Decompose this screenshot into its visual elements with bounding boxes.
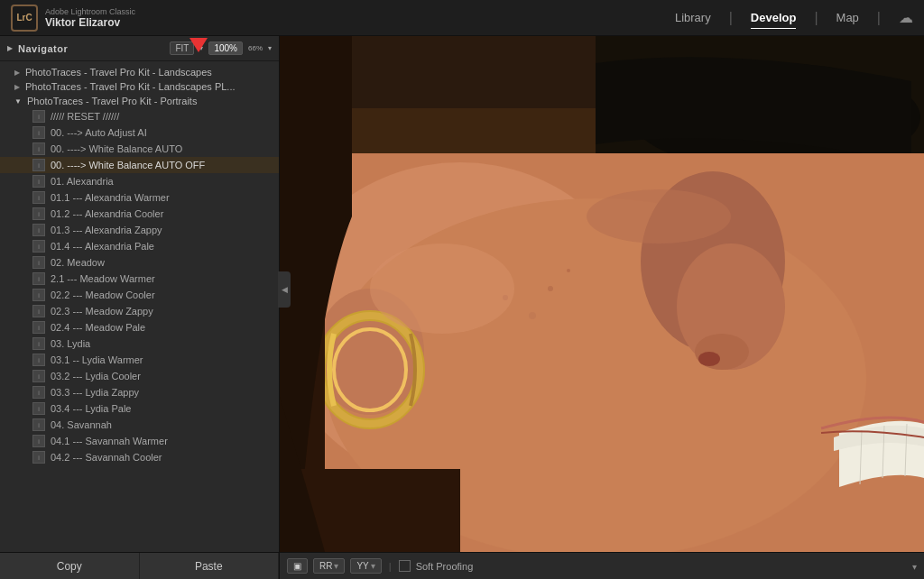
preset-group-landscapes[interactable]: ▶ PhotoTraces - Travel Pro Kit - Landsca…: [0, 65, 279, 79]
preset-icon-reset: i: [32, 110, 45, 123]
copy-button[interactable]: Copy: [0, 553, 140, 579]
preset-icon-meadow-warm: i: [32, 272, 45, 285]
preset-label-auto: 00. ---> Auto Adjust AI: [51, 127, 147, 138]
svg-point-25: [587, 189, 731, 244]
toolbar-sep: |: [389, 561, 392, 572]
navigator-title: Navigator: [18, 43, 164, 54]
preset-label-lydia: 03. Lydia: [51, 338, 90, 349]
preset-icon-meadow-pale: i: [32, 321, 45, 334]
bottom-bar: Copy Paste ▣ RR ▾ YY ▾ | Soft Proofing ▾: [0, 552, 924, 579]
group-label-1: PhotoTraces - Travel Pro Kit - Landscape…: [25, 67, 212, 78]
navigator-collapse-arrow[interactable]: ▶: [7, 44, 13, 52]
bottom-left: Copy Paste: [0, 553, 280, 579]
preset-lydia[interactable]: i 03. Lydia: [0, 335, 279, 352]
preset-meadow-cooler[interactable]: i 02.2 --- Meadow Cooler: [0, 287, 279, 303]
preset-meadow[interactable]: i 02. Meadow: [0, 254, 279, 271]
preset-label-meadow-zappy: 02.3 --- Meadow Zappy: [51, 306, 153, 317]
bottom-right-end: ▾: [912, 561, 917, 572]
rr-arrow: ▾: [334, 561, 338, 571]
preset-icon-savannah: i: [32, 418, 45, 431]
preset-icon-sav-cool: i: [32, 451, 45, 464]
preset-savannah-warmer[interactable]: i 04.1 --- Savannah Warmer: [0, 433, 279, 449]
app-title-block: Adobe Lightroom Classic Viktor Elizarov: [45, 7, 135, 29]
soft-proofing-checkbox[interactable]: [399, 560, 411, 572]
preset-auto-adjust[interactable]: i 00. ---> Auto Adjust AI: [0, 124, 279, 141]
preset-icon-alex-pale: i: [32, 240, 45, 253]
yy-button[interactable]: YY ▾: [350, 558, 381, 574]
bottom-toolbar: ▣ RR ▾ YY ▾ | Soft Proofing ▾: [280, 558, 924, 574]
top-left: LrC Adobe Lightroom Classic Viktor Eliza…: [11, 5, 135, 32]
preset-label-meadow-warm: 2.1 --- Meadow Warmer: [51, 273, 155, 284]
left-panel: ▶ Navigator FIT ▾ 100% 66% ▾ ▶ PhotoTrac…: [0, 36, 280, 552]
preset-icon-alex-zappy: i: [32, 224, 45, 236]
preset-alex-pale[interactable]: i 01.4 --- Alexandria Pale: [0, 238, 279, 254]
preset-lydia-pale[interactable]: i 03.4 --- Lydia Pale: [0, 400, 279, 417]
paste-button[interactable]: Paste: [140, 553, 280, 579]
preset-label-lydia-zappy: 03.3 --- Lydia Zappy: [51, 387, 139, 398]
preset-icon-lydia-zappy: i: [32, 386, 45, 399]
preset-icon-alex-warm: i: [32, 191, 45, 204]
preset-label-sav-cool: 04.2 --- Savannah Cooler: [51, 452, 162, 463]
svg-point-26: [370, 244, 514, 334]
preset-label-lydia-pale: 03.4 --- Lydia Pale: [51, 403, 131, 414]
group-label-3: PhotoTraces - Travel Pro Kit - Portraits: [27, 96, 197, 106]
preset-alex-warmer[interactable]: i 01.1 --- Alexandria Warmer: [0, 189, 279, 206]
preset-lydia-warmer[interactable]: i 03.1 -- Lydia Warmer: [0, 352, 279, 368]
app-title-line2: Viktor Elizarov: [45, 16, 135, 29]
preset-icon-alex-cool: i: [32, 207, 45, 220]
preset-alex-zappy[interactable]: i 01.3 --- Alexandria Zappy: [0, 222, 279, 238]
preset-label-alex: 01. Alexandria: [51, 176, 114, 187]
preset-label-savannah: 04. Savannah: [51, 419, 112, 430]
preset-meadow-zappy[interactable]: i 02.3 --- Meadow Zappy: [0, 303, 279, 319]
svg-point-15: [548, 286, 553, 291]
preset-label-meadow: 02. Meadow: [51, 257, 105, 268]
preset-alexandria[interactable]: i 01. Alexandria: [0, 173, 279, 189]
grid-view-button[interactable]: ▣: [287, 558, 308, 574]
preset-label-reset: ///// RESET //////: [51, 111, 119, 122]
preset-lydia-zappy[interactable]: i 03.3 --- Lydia Zappy: [0, 384, 279, 400]
preset-meadow-warmer[interactable]: i 2.1 --- Meadow Warmer: [0, 271, 279, 287]
arrow-indicator: [189, 38, 208, 52]
cloud-icon[interactable]: ☁: [899, 9, 913, 26]
left-panel-scroll-tab[interactable]: ◀: [278, 271, 291, 308]
main-area: ▶ Navigator FIT ▾ 100% 66% ▾ ▶ PhotoTrac…: [0, 36, 924, 552]
preset-icon-lydia-warm: i: [32, 354, 45, 366]
app-logo: LrC: [11, 5, 38, 32]
photo-area: [280, 36, 924, 552]
group-tri-3: ▼: [14, 97, 22, 106]
preset-group-portraits[interactable]: ▼ PhotoTraces - Travel Pro Kit - Portrai…: [0, 94, 279, 108]
zoom-66-arrow[interactable]: ▾: [268, 44, 272, 52]
preset-icon-wb-off: i: [32, 159, 45, 171]
preset-savannah-cooler[interactable]: i 04.2 --- Savannah Cooler: [0, 449, 279, 465]
zoom-100-button[interactable]: 100%: [208, 41, 243, 55]
svg-point-16: [567, 269, 570, 272]
nav-sep-3: |: [877, 10, 881, 26]
nav-map[interactable]: Map: [836, 7, 859, 28]
photo-display: [280, 36, 924, 552]
preset-icon-meadow: i: [32, 256, 45, 269]
preset-alex-cooler[interactable]: i 01.2 --- Alexandria Cooler: [0, 206, 279, 222]
preset-label-lydia-warm: 03.1 -- Lydia Warmer: [51, 354, 143, 365]
preset-icon-lydia: i: [32, 337, 45, 350]
bottom-dropdown-arrow[interactable]: ▾: [912, 562, 917, 572]
preset-savannah[interactable]: i 04. Savannah: [0, 417, 279, 433]
preset-lydia-cooler[interactable]: i 03.2 --- Lydia Cooler: [0, 368, 279, 384]
yy-label: YY: [356, 561, 368, 571]
nav-library[interactable]: Library: [675, 7, 711, 28]
preset-reset[interactable]: i ///// RESET //////: [0, 108, 279, 124]
nav-sep-2: |: [814, 10, 818, 26]
preset-label-meadow-pale: 02.4 --- Meadow Pale: [51, 322, 145, 333]
preset-icon-lydia-pale: i: [32, 402, 45, 415]
preset-label-meadow-cool: 02.2 --- Meadow Cooler: [51, 290, 155, 300]
preset-meadow-pale[interactable]: i 02.4 --- Meadow Pale: [0, 319, 279, 335]
nav-develop[interactable]: Develop: [751, 7, 797, 29]
preset-wb-auto-off[interactable]: i 00. ----> White Balance AUTO OFF: [0, 157, 279, 173]
nav-sep-1: |: [729, 10, 733, 26]
top-bar: LrC Adobe Lightroom Classic Viktor Eliza…: [0, 0, 924, 36]
preset-wb-auto[interactable]: i 00. ----> White Balance AUTO: [0, 141, 279, 157]
preset-icon-auto: i: [32, 126, 45, 139]
rr-button[interactable]: RR ▾: [313, 558, 345, 574]
zoom-66-text: 66%: [248, 44, 263, 52]
preset-group-landscapes-pl[interactable]: ▶ PhotoTraces - Travel Pro Kit - Landsca…: [0, 79, 279, 94]
app-title-line1: Adobe Lightroom Classic: [45, 7, 135, 16]
